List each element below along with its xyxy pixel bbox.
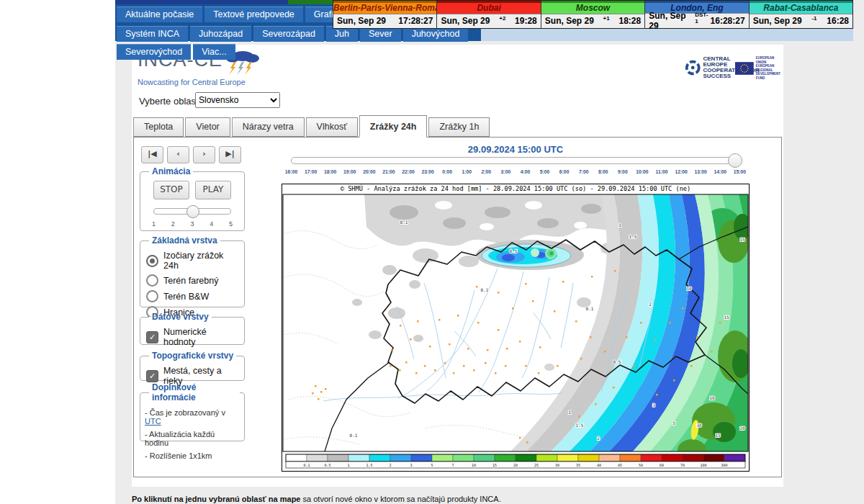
- eu-text-2: EUROPEAN REGIONAL: [756, 64, 786, 72]
- svg-text:70: 70: [680, 463, 685, 467]
- svg-text:1.5: 1.5: [366, 463, 372, 467]
- svg-text:5: 5: [431, 463, 433, 467]
- base-layer-option[interactable]: Terén farebný: [146, 274, 238, 287]
- precipitation-color-scale: 0.10.511.5235710152025303540455060701003…: [286, 454, 745, 468]
- svg-text:10: 10: [472, 463, 476, 467]
- animation-slider-ticks: 12345: [152, 220, 233, 228]
- base-layer-option[interactable]: Izočiary zrážok 24h: [146, 251, 238, 271]
- data-layer-option[interactable]: ✓ Numerické hodnoty: [146, 327, 238, 347]
- nav-tab[interactable]: Severovýchod: [117, 44, 191, 60]
- clock-utc-offset: DST-1: [695, 12, 710, 24]
- step-button[interactable]: ›: [193, 146, 215, 163]
- clock-date: Sun, Sep 29: [649, 11, 695, 31]
- svg-text:0.1: 0.1: [586, 306, 594, 311]
- topo-layers-fieldset: Topografické vrstvy ✓ Mestá, cesty a rie…: [140, 351, 245, 381]
- clock-city-label: Moscow: [541, 1, 644, 14]
- clock-utc-offset: -1: [811, 15, 816, 22]
- svg-text:1: 1: [347, 463, 349, 467]
- content-card: INCA-CE Nowcasting for Central Europe CE…: [132, 45, 783, 487]
- time-tick: 7:00: [574, 169, 593, 174]
- time-tick: 2:00: [477, 169, 496, 174]
- logo-subtitle: Nowcasting for Central Europe: [138, 78, 263, 86]
- animation-fieldset: Animácia STOP PLAY 12345: [140, 166, 245, 231]
- animation-legend: Animácia: [149, 166, 193, 176]
- svg-text:7: 7: [451, 463, 454, 467]
- nav-tab[interactable]: Viac...: [193, 44, 235, 60]
- time-slider-thumb[interactable]: [728, 153, 742, 168]
- animation-slider-thumb[interactable]: [186, 205, 199, 218]
- time-slider[interactable]: [291, 157, 740, 164]
- info-line: - Rozlíšenie 1x1km: [145, 451, 240, 460]
- time-tick: 0:00: [438, 169, 457, 174]
- product-tab[interactable]: Vietor: [185, 117, 230, 137]
- play-button[interactable]: PLAY: [195, 181, 231, 199]
- world-clock: Berlin-Paris-Vienna-Roma Sun, Sep 29 17:…: [333, 1, 437, 28]
- checkbox-checked[interactable]: ✓: [146, 370, 158, 382]
- checkbox-checked[interactable]: ✓: [146, 331, 158, 343]
- time-tick: 17:00: [301, 169, 320, 174]
- world-clock: Dubai Sun, Sep 29 +2 19:28: [437, 1, 541, 28]
- slider-tick-label: 1: [152, 220, 156, 228]
- product-tab[interactable]: Vlhkosť: [306, 117, 358, 137]
- time-tick: 19:00: [340, 169, 359, 174]
- region-select[interactable]: Slovensko: [195, 92, 280, 108]
- svg-text:0.5: 0.5: [613, 359, 621, 364]
- svg-text:15: 15: [739, 237, 745, 242]
- svg-text:0.1: 0.1: [350, 433, 358, 438]
- precipitation-map[interactable]: © SHMÚ - Analýza zrážok za 24 hod [mm] -…: [282, 184, 750, 472]
- animation-speed-slider[interactable]: [153, 208, 231, 215]
- step-button[interactable]: ‹: [167, 146, 189, 163]
- eu-logo: EUROPEAN UNION EUROPEAN REGIONAL DEVELOP…: [735, 56, 785, 80]
- slider-tick-label: 4: [210, 220, 213, 228]
- svg-text:25: 25: [534, 463, 539, 467]
- time-tick: 10:00: [632, 169, 652, 174]
- svg-text:35: 35: [576, 463, 580, 467]
- time-tick: 6:00: [554, 169, 574, 174]
- clock-date: Sun, Sep 29: [337, 16, 386, 26]
- world-clock: Moscow Sun, Sep 29 +1 18:28: [541, 1, 645, 28]
- clock-city-label: Rabat-Casablanca: [750, 1, 852, 14]
- nav-tab[interactable]: Aktuálne počasie: [117, 6, 202, 22]
- svg-text:10: 10: [709, 395, 715, 400]
- radio-button[interactable]: [146, 255, 158, 267]
- radio-button[interactable]: [146, 290, 158, 302]
- time-tick: 20:00: [359, 169, 379, 174]
- svg-text:5: 5: [672, 420, 675, 426]
- product-tab[interactable]: Zrážky 24h: [359, 115, 428, 138]
- nav-tab[interactable]: Juhozápad: [190, 26, 251, 42]
- svg-text:2: 2: [649, 302, 652, 307]
- product-tab[interactable]: Teplota: [133, 117, 184, 137]
- time-tick: 15:00: [730, 169, 750, 174]
- svg-text:0.1: 0.1: [400, 220, 408, 225]
- nav-tab[interactable]: Textové predpovede: [204, 6, 303, 22]
- step-button[interactable]: ▶|: [219, 146, 241, 163]
- svg-text:300: 300: [721, 463, 727, 467]
- svg-text:10: 10: [686, 286, 692, 291]
- info-line: - Aktualizácia každú hodinu: [145, 430, 240, 447]
- time-tick: 16:00: [282, 169, 301, 174]
- info-fieldset: Doplnkové informácie - Čas je zobrazovan…: [140, 382, 245, 441]
- radio-button[interactable]: [146, 274, 158, 287]
- product-tab[interactable]: Nárazy vetra: [232, 117, 305, 137]
- product-tab[interactable]: Zrážky 1h: [428, 117, 490, 137]
- base-layer-fieldset: Základná vrstva Izočiary zrážok 24h Teré…: [140, 235, 245, 307]
- time-tick: 13:00: [691, 169, 711, 174]
- base-layer-option[interactable]: Terén B&W: [146, 290, 238, 302]
- svg-text:50: 50: [639, 463, 643, 467]
- eu-flag-icon: [735, 60, 754, 76]
- svg-text:2: 2: [597, 436, 600, 441]
- svg-text:40: 40: [597, 463, 601, 467]
- svg-text:0.5: 0.5: [510, 248, 518, 253]
- nav-tab[interactable]: Systém INCA: [117, 26, 188, 42]
- svg-text:15: 15: [724, 315, 729, 320]
- time-tick: 12:00: [672, 169, 691, 174]
- svg-text:15: 15: [715, 433, 721, 438]
- clock-time: 18:28: [619, 16, 642, 26]
- clock-date: Sun, Sep 29: [753, 16, 802, 26]
- utc-link[interactable]: UTC: [145, 417, 161, 426]
- step-button[interactable]: |◀: [141, 146, 163, 163]
- nav-tab[interactable]: Severozápad: [253, 26, 324, 42]
- clock-city-label: Berlin-Paris-Vienna-Roma: [333, 1, 436, 14]
- clock-time: 17:28:27: [398, 16, 433, 26]
- stop-button[interactable]: STOP: [153, 181, 189, 199]
